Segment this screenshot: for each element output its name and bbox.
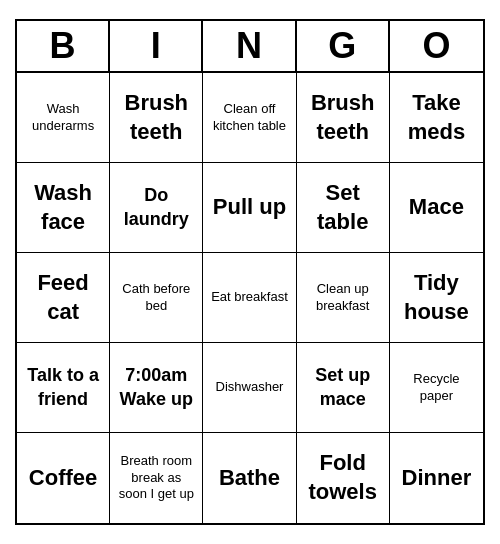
bingo-cell-15: Talk to a friend [17, 343, 110, 433]
bingo-card: BINGO Wash underarmsBrush teethClean off… [15, 19, 485, 525]
bingo-header: BINGO [17, 21, 483, 73]
header-letter-G: G [297, 21, 390, 71]
bingo-cell-3: Brush teeth [297, 73, 390, 163]
bingo-cell-7: Pull up [203, 163, 296, 253]
header-letter-B: B [17, 21, 110, 71]
bingo-cell-2: Clean off kitchen table [203, 73, 296, 163]
bingo-cell-12: Eat breakfast [203, 253, 296, 343]
header-letter-O: O [390, 21, 483, 71]
bingo-cell-0: Wash underarms [17, 73, 110, 163]
bingo-cell-22: Bathe [203, 433, 296, 523]
bingo-cell-10: Feed cat [17, 253, 110, 343]
bingo-cell-5: Wash face [17, 163, 110, 253]
bingo-cell-17: Dishwasher [203, 343, 296, 433]
bingo-cell-20: Coffee [17, 433, 110, 523]
header-letter-I: I [110, 21, 203, 71]
bingo-cell-21: Breath room break as soon I get up [110, 433, 203, 523]
bingo-cell-16: 7:00am Wake up [110, 343, 203, 433]
bingo-cell-23: Fold towels [297, 433, 390, 523]
bingo-grid: Wash underarmsBrush teethClean off kitch… [17, 73, 483, 523]
bingo-cell-6: Do laundry [110, 163, 203, 253]
bingo-cell-11: Cath before bed [110, 253, 203, 343]
bingo-cell-1: Brush teeth [110, 73, 203, 163]
bingo-cell-18: Set up mace [297, 343, 390, 433]
bingo-cell-19: Recycle paper [390, 343, 483, 433]
bingo-cell-8: Set table [297, 163, 390, 253]
bingo-cell-14: Tidy house [390, 253, 483, 343]
header-letter-N: N [203, 21, 296, 71]
bingo-cell-24: Dinner [390, 433, 483, 523]
bingo-cell-13: Clean up breakfast [297, 253, 390, 343]
bingo-cell-9: Mace [390, 163, 483, 253]
bingo-cell-4: Take meds [390, 73, 483, 163]
